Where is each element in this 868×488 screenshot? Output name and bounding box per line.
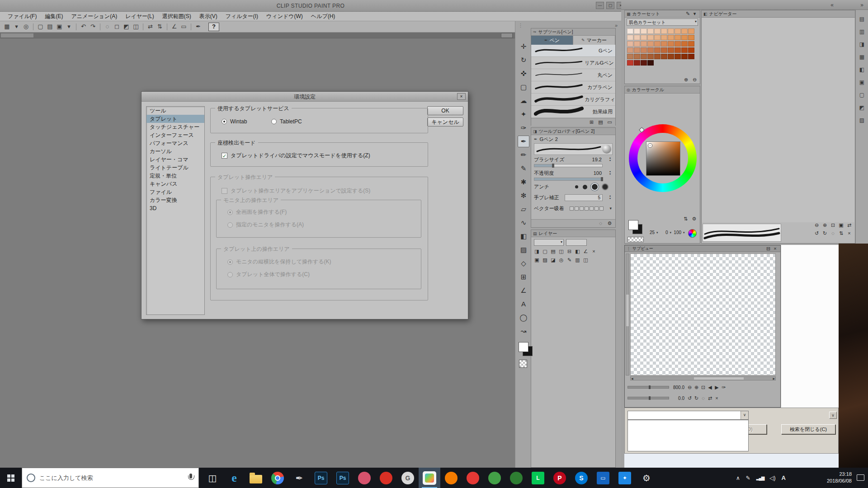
search-combo-arrow-icon[interactable]: ∨ xyxy=(741,411,748,419)
nav-fit-icon[interactable]: ⊡ xyxy=(830,222,836,229)
new-canvas-icon[interactable]: ▢ xyxy=(36,22,45,31)
subview-zoom-out-icon[interactable]: ⊖ xyxy=(686,384,693,391)
color-swatch[interactable] xyxy=(668,60,674,66)
category-カラー変換[interactable]: カラー変換 xyxy=(146,196,204,204)
subview-vscroll-thumb[interactable] xyxy=(626,295,629,326)
skype-icon[interactable]: S xyxy=(571,468,592,488)
color-swatch[interactable] xyxy=(681,35,688,40)
dock-chevron-right-icon[interactable]: » xyxy=(860,2,863,8)
invert-selection-icon[interactable]: ◩ xyxy=(122,22,131,31)
layer-new-folder-icon[interactable]: ▤ xyxy=(550,248,557,255)
redo-icon[interactable]: ↷ xyxy=(88,22,98,31)
category-ライトテーブル[interactable]: ライトテーブル xyxy=(146,164,204,172)
menu-item-ウィンドウ(W)[interactable]: ウィンドウ(W) xyxy=(262,12,307,21)
menu-item-選択範囲(S)[interactable]: 選択範囲(S) xyxy=(158,12,195,21)
color-swatch[interactable] xyxy=(647,60,654,66)
anti-alias-option-1[interactable] xyxy=(575,185,578,188)
subview-close-icon[interactable]: × xyxy=(772,245,778,252)
layer-draft-icon[interactable]: ✎ xyxy=(566,257,573,263)
color-swatch[interactable] xyxy=(634,47,640,53)
menu-item-ファイル(F)[interactable]: ファイル(F) xyxy=(4,12,41,21)
reset-all-icon[interactable]: ◌ xyxy=(597,220,604,227)
layer-merge-icon[interactable]: ⊟ xyxy=(566,248,573,255)
mouse-mode-checkbox[interactable]: ✓ タブレットドライバの設定でマウスモードを使用する(Z) xyxy=(222,152,370,160)
color-swatch[interactable] xyxy=(641,47,647,53)
vector-snap-level-5[interactable] xyxy=(590,206,594,211)
subview-reset-icon[interactable]: ◌ xyxy=(700,395,707,402)
line-icon[interactable]: L xyxy=(527,468,549,488)
color-swatch[interactable] xyxy=(627,35,633,40)
tab-pen[interactable]: ✒ ペン xyxy=(531,36,573,45)
category-ファイル[interactable]: ファイル xyxy=(146,188,204,196)
vector-snap-level-6[interactable] xyxy=(594,206,599,211)
subview-hscroll-thumb[interactable] xyxy=(694,377,744,380)
reselect-icon[interactable]: ◻ xyxy=(112,22,122,31)
subtool-folder-icon[interactable]: ▤ xyxy=(597,119,604,126)
start-button[interactable] xyxy=(0,468,22,488)
blue-app-icon[interactable]: ✦ xyxy=(614,468,636,488)
layer-lock-icon[interactable]: ▣ xyxy=(533,257,540,263)
dock-quick-access-icon[interactable]: ▤ xyxy=(859,16,865,23)
color-swatch[interactable] xyxy=(688,41,694,47)
dock-handle-icon[interactable]: ⋮ xyxy=(518,23,523,28)
ruler-tool[interactable]: ∠ xyxy=(518,285,529,296)
layer-delete-icon[interactable]: × xyxy=(590,248,597,255)
navigator-header[interactable]: ◧ ナビゲーター xyxy=(702,10,855,18)
canvas-scroll-thumb[interactable] xyxy=(1,33,33,38)
text-tool[interactable]: A xyxy=(518,298,529,310)
color-swatch[interactable] xyxy=(627,28,633,34)
explorer-icon[interactable] xyxy=(245,468,267,488)
anti-alias-option-3[interactable] xyxy=(592,184,598,190)
color-swatch[interactable] xyxy=(675,28,681,34)
tab-marker[interactable]: ✎ マーカー xyxy=(573,36,615,45)
category-キャンバス[interactable]: キャンバス xyxy=(146,180,204,188)
saturation-value-arrow-icon[interactable]: ▾ xyxy=(670,231,672,235)
firefox-icon[interactable] xyxy=(440,468,462,488)
layer-blend-icon[interactable]: ◨ xyxy=(533,248,540,255)
brush-item-カブラペン[interactable]: カブラペン xyxy=(531,81,615,94)
sv-marker[interactable] xyxy=(648,144,652,147)
lasso-select-tool[interactable]: ☁ xyxy=(518,95,529,107)
radio-wintab[interactable]: Wintab xyxy=(222,118,247,125)
open-file-icon[interactable]: ▤ xyxy=(45,22,55,31)
color-swatch[interactable] xyxy=(681,60,688,66)
color-set-preset-dropdown[interactable]: 肌色カラーセット xyxy=(627,19,698,26)
subview-zoom-in-icon[interactable]: ⊕ xyxy=(693,384,700,391)
prop-value-box[interactable]: 5 xyxy=(565,194,603,201)
nav-rotate-cw-icon[interactable]: ↻ xyxy=(821,230,828,237)
brush-item-丸ペン[interactable]: 丸ペン xyxy=(531,69,615,81)
task-view-button[interactable]: ◫ xyxy=(202,468,223,488)
color-swatch[interactable] xyxy=(634,28,640,34)
color-swatch[interactable] xyxy=(681,54,688,59)
close-search-button[interactable]: 検索を閉じる(C) xyxy=(781,424,835,434)
balloon-tool[interactable]: ◯ xyxy=(518,312,529,324)
color-swatch[interactable] xyxy=(675,41,681,47)
vector-snap-level-4[interactable] xyxy=(585,206,589,211)
brush-item-効果線用[interactable]: 効果線用 xyxy=(531,106,615,118)
green-app2-icon[interactable] xyxy=(505,468,527,488)
save-file-icon[interactable]: ▣ xyxy=(55,22,64,31)
nav-flip-vertical-icon[interactable]: ⇅ xyxy=(838,230,844,237)
vector-snap-level-3[interactable] xyxy=(580,206,584,211)
microphone-icon[interactable] xyxy=(188,474,194,483)
palette-dropdown-icon[interactable]: ▾ xyxy=(12,22,21,31)
taskbar-clock[interactable]: 23:18 2018/06/08 xyxy=(813,471,852,484)
color-swatch[interactable] xyxy=(654,41,660,47)
color-swatch[interactable] xyxy=(634,54,640,59)
color-circle-header[interactable]: ◎ カラーサークル xyxy=(625,86,700,94)
airbrush-tool[interactable]: ✱ xyxy=(518,176,529,188)
subview-eyedropper-icon[interactable]: ✑ xyxy=(720,384,727,391)
layer-mask-icon[interactable]: ◧ xyxy=(574,248,581,255)
hand-tool[interactable]: ✛ xyxy=(518,41,529,52)
dock-material-2-icon[interactable]: ◨ xyxy=(859,41,865,48)
nav-reset-icon[interactable]: × xyxy=(846,230,853,237)
color-gear-icon[interactable]: ⚙ xyxy=(691,216,698,222)
layer-panel-header[interactable]: ▤ レイヤー xyxy=(531,230,615,237)
colorset-edit-icon[interactable]: ✎ xyxy=(684,10,691,17)
tool-property-header[interactable]: ◨ ツールプロパティ[Gペン 2] xyxy=(531,128,615,135)
color-swatch[interactable] xyxy=(661,54,667,59)
brush-tool[interactable]: ✎ xyxy=(518,163,529,174)
menu-item-編集(E)[interactable]: 編集(E) xyxy=(41,12,67,21)
anti-alias-option-4[interactable] xyxy=(602,184,608,190)
dialog-close-button[interactable]: × xyxy=(457,93,466,100)
